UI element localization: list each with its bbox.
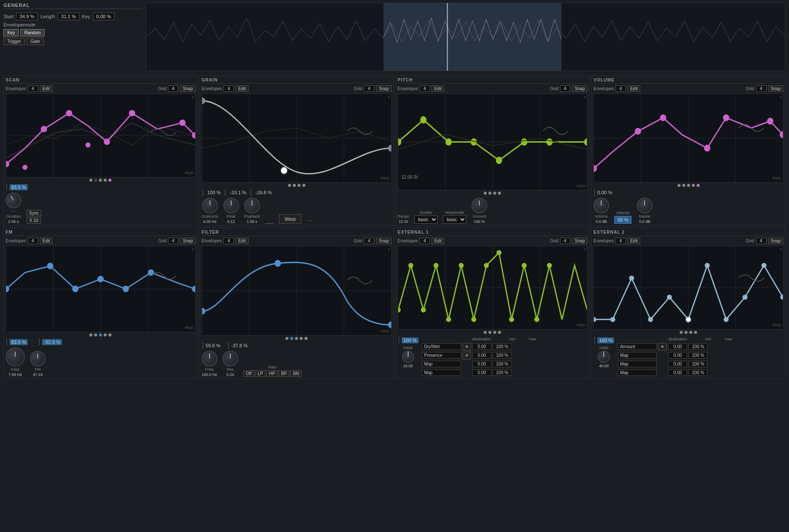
pitch-quality-dropdown[interactable]: basic (414, 215, 438, 224)
ext2-dest-name-4[interactable]: Map (618, 369, 657, 376)
ext1-dest-min-4[interactable]: 0.00 (472, 369, 491, 376)
ext2-dest-max-4[interactable]: 100 % (688, 369, 707, 376)
ext1-dest-x-1[interactable]: ✕ (462, 343, 471, 351)
volume-master-knob[interactable] (637, 198, 652, 213)
mode-gate-btn[interactable]: Gate (26, 38, 44, 45)
ext1-dest-name-3[interactable]: Map (422, 361, 461, 367)
length-value[interactable]: 31.1 % (58, 13, 79, 20)
filter-envelopes-value[interactable]: 4 (223, 238, 234, 244)
scan-envelopes-value[interactable]: 4 (28, 85, 38, 92)
scan-close-btn[interactable]: × (192, 95, 194, 100)
scan-edit-btn[interactable]: Edit (40, 85, 52, 92)
filter-freq-knob[interactable] (202, 351, 217, 366)
external2-grid-value[interactable]: 4 (756, 238, 766, 244)
scan-snap-btn[interactable]: Snap (180, 85, 195, 92)
external1-envelopes-value[interactable]: 4 (419, 238, 430, 244)
ext1-dest-max-2[interactable]: 100 % (493, 352, 512, 359)
filter-snap-btn[interactable]: Snap (376, 238, 391, 244)
pitch-envelope-display[interactable]: 12.00 St RND × (398, 94, 588, 190)
scan-sync-btn[interactable]: Sync (26, 210, 41, 216)
ext2-initial-knob[interactable] (598, 351, 610, 363)
external2-snap-btn[interactable]: Snap (768, 238, 783, 244)
external2-edit-btn[interactable]: Edit (628, 238, 640, 244)
pitch-grid-value[interactable]: 4 (560, 85, 570, 92)
filter-close-btn[interactable]: × (388, 247, 390, 252)
ext2-dest-min-2[interactable]: 0.00 (668, 352, 687, 359)
external1-grid-value[interactable]: 4 (560, 238, 570, 244)
filter-bn-btn[interactable]: BN (290, 370, 301, 377)
pitch-edit-btn[interactable]: Edit (432, 85, 444, 92)
filter-lp-btn[interactable]: LP (255, 370, 265, 377)
filter-bp-btn[interactable]: BP (278, 370, 289, 377)
external1-snap-btn[interactable]: Snap (572, 238, 587, 244)
ext1-dest-max-3[interactable]: 100 % (493, 361, 512, 367)
waveform-display[interactable] (146, 3, 786, 71)
pitch-warpmode-dropdown[interactable]: basic (443, 215, 466, 224)
volume-snap-btn[interactable]: Snap (768, 85, 783, 92)
key-value[interactable]: 0.00 % (93, 13, 115, 20)
mode-trigger-btn[interactable]: Trigger (3, 38, 25, 45)
ext1-dest-max-1[interactable]: 100 % (493, 343, 512, 350)
fm-grid-value[interactable]: 4 (168, 238, 178, 244)
ext2-dest-name-1[interactable]: Amount (618, 343, 657, 350)
volume-edit-btn[interactable]: Edit (628, 85, 640, 92)
volume-close-btn[interactable]: × (779, 95, 782, 100)
ext2-dest-max-3[interactable]: 100 % (688, 361, 707, 367)
ext1-dest-name-2[interactable]: Presence (422, 352, 461, 359)
pitch-amount-knob[interactable] (471, 198, 487, 213)
ext1-dest-min-1[interactable]: 0.00 (472, 343, 491, 350)
external2-envelope-display[interactable]: RND × (593, 246, 783, 330)
pitch-envelopes-value[interactable]: 4 (419, 85, 430, 92)
external1-edit-btn[interactable]: Edit (432, 238, 444, 244)
scan-envelope-display[interactable]: RND × (6, 94, 196, 177)
grain-grid-value[interactable]: 4 (364, 85, 374, 92)
fm-envelope-display[interactable]: RND × (6, 246, 196, 332)
external2-envelopes-value[interactable]: 4 (615, 238, 626, 244)
volume-envelopes-value[interactable]: 4 (615, 85, 626, 92)
filter-edit-btn[interactable]: Edit (236, 238, 248, 244)
filter-res-knob[interactable] (223, 351, 238, 366)
grain-close-btn[interactable]: × (388, 95, 390, 100)
grain-envelopes-value[interactable]: 4 (223, 85, 234, 92)
ext2-dest-x-1[interactable]: ✕ (658, 343, 667, 351)
ext2-dest-name-3[interactable]: Map (618, 361, 657, 367)
warp-button[interactable]: Warp (279, 214, 301, 224)
fm-snap-btn[interactable]: Snap (180, 238, 195, 244)
grain-playback-knob[interactable] (244, 198, 260, 213)
volume-grid-value[interactable]: 4 (756, 85, 766, 92)
fm-freq-knob[interactable] (6, 347, 25, 366)
external1-envelope-display[interactable]: RND × (398, 246, 588, 330)
grain-peak-knob[interactable] (223, 198, 239, 213)
fm-close-btn[interactable]: × (192, 247, 194, 252)
external1-close-btn[interactable]: × (583, 247, 586, 252)
ext2-dest-min-3[interactable]: 0.00 (668, 361, 687, 367)
start-value[interactable]: 34.9 % (16, 13, 38, 20)
scan-x10-btn[interactable]: X 10 (26, 217, 41, 224)
filter-envelope-display[interactable]: RND × (202, 246, 392, 336)
scan-duration-knob[interactable] (3, 189, 24, 211)
ext1-initial-knob[interactable] (402, 351, 414, 363)
mode-random-btn[interactable]: Random (20, 29, 45, 36)
ext2-dest-max-1[interactable]: 100 % (688, 343, 707, 350)
grain-snap-btn[interactable]: Snap (376, 85, 391, 92)
grain-edit-btn[interactable]: Edit (236, 85, 248, 92)
pitch-close-btn[interactable]: × (583, 95, 586, 100)
fm-fm-knob[interactable] (30, 351, 46, 366)
external2-close-btn[interactable]: × (779, 247, 782, 252)
ext1-dest-min-2[interactable]: 0.00 (472, 352, 491, 359)
ext2-dest-max-2[interactable]: 100 % (688, 352, 707, 359)
fm-edit-btn[interactable]: Edit (40, 238, 52, 244)
filter-off-btn[interactable]: Off (243, 370, 254, 377)
ext1-dest-x-2[interactable]: ✕ (462, 352, 471, 359)
filter-hp-btn[interactable]: HP (266, 370, 278, 377)
ext1-dest-name-4[interactable]: Map (422, 369, 461, 376)
volume-envelope-display[interactable]: RND × (593, 94, 783, 183)
ext1-dest-min-3[interactable]: 0.00 (472, 361, 491, 367)
grain-envelope-display[interactable]: RND × (202, 94, 392, 183)
ext2-dest-name-2[interactable]: Map (618, 352, 657, 359)
ext2-dest-min-4[interactable]: 0.00 (668, 369, 687, 376)
ext1-dest-name-1[interactable]: Dry/Wet (422, 343, 461, 350)
grain-grainsize-knob[interactable] (202, 198, 218, 213)
pitch-snap-btn[interactable]: Snap (572, 85, 587, 92)
volume-volume-knob[interactable] (593, 198, 609, 213)
